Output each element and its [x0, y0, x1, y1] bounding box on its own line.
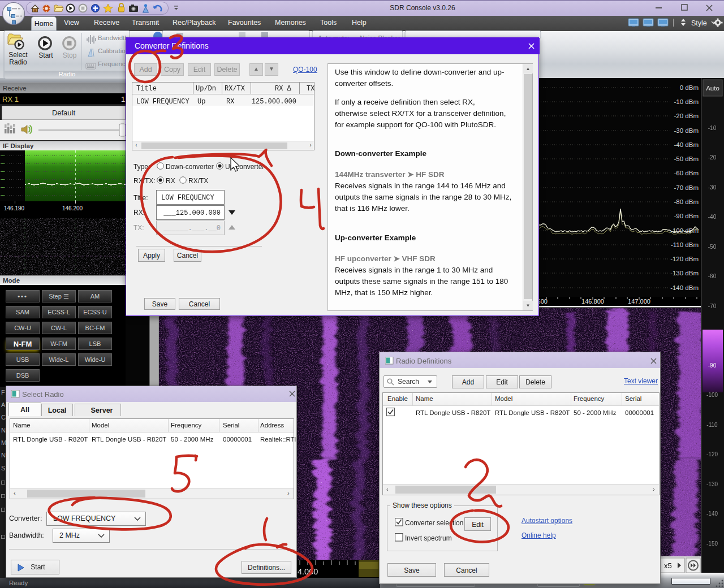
- svg-text:-110 dBm: -110 dBm: [671, 241, 699, 248]
- svg-text:x5: x5: [664, 561, 672, 570]
- svg-text:-40: -40: [708, 214, 717, 220]
- svg-text:-20: -20: [708, 154, 717, 161]
- svg-text:-80 dBm: -80 dBm: [674, 198, 699, 205]
- svg-text:-140 dBm: -140 dBm: [670, 284, 699, 291]
- svg-text:-10 dBm: -10 dBm: [674, 98, 699, 105]
- svg-text:0 dBm: 0 dBm: [680, 84, 699, 91]
- svg-text:-50 dBm: -50 dBm: [674, 155, 699, 162]
- svg-text:Style: Style: [691, 19, 707, 27]
- svg-text:-70: -70: [708, 303, 717, 309]
- svg-text:-110: -110: [706, 422, 718, 428]
- svg-text:-130 dBm: -130 dBm: [670, 270, 699, 276]
- svg-text:146.190: 146.190: [4, 205, 25, 211]
- svg-text:-60 dBm: -60 dBm: [674, 170, 699, 176]
- svg-text:-100: -100: [706, 392, 718, 398]
- svg-text:-20 dBm: -20 dBm: [674, 113, 699, 119]
- svg-text:4.000: 4.000: [298, 567, 318, 576]
- svg-text:Auto: Auto: [706, 85, 719, 92]
- svg-text:-30: -30: [708, 184, 717, 191]
- svg-text:-130: -130: [706, 481, 718, 487]
- svg-text:-10: -10: [708, 125, 717, 131]
- svg-text:146.200: 146.200: [62, 205, 83, 211]
- svg-text:-120 dBm: -120 dBm: [670, 256, 699, 262]
- svg-text:-120: -120: [706, 451, 718, 457]
- svg-text:-60: -60: [708, 273, 717, 279]
- svg-text:-40 dBm: -40 dBm: [674, 141, 699, 148]
- svg-text:-90: -90: [708, 362, 717, 369]
- svg-text:-150: -150: [706, 541, 718, 547]
- svg-text:-30 dBm: -30 dBm: [674, 127, 699, 134]
- svg-text:-90 dBm: -90 dBm: [674, 213, 699, 219]
- svg-text:-140: -140: [706, 511, 718, 517]
- svg-text:-50: -50: [708, 244, 717, 250]
- svg-text:-70 dBm: -70 dBm: [674, 184, 699, 191]
